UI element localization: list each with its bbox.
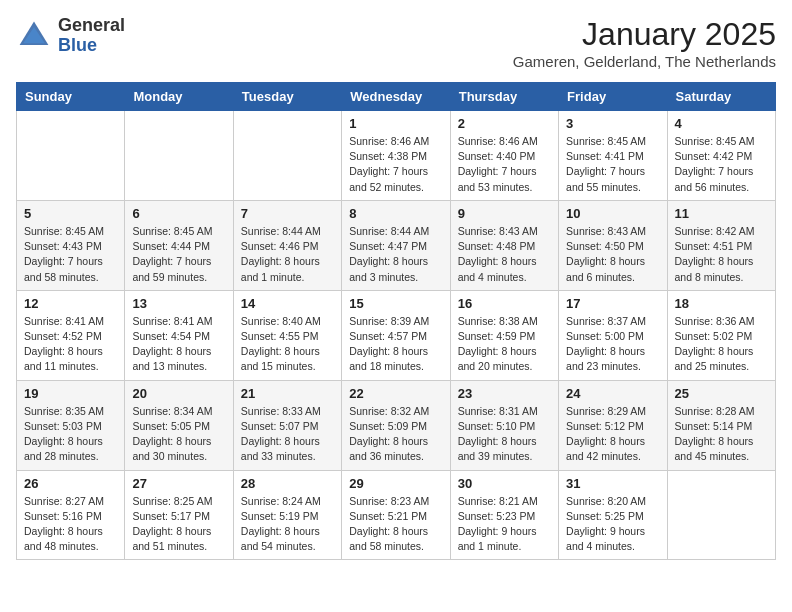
column-header-wednesday: Wednesday	[342, 83, 450, 111]
day-number: 2	[458, 116, 551, 131]
day-cell: 4Sunrise: 8:45 AM Sunset: 4:42 PM Daylig…	[667, 111, 775, 201]
day-number: 26	[24, 476, 117, 491]
day-number: 18	[675, 296, 768, 311]
day-info: Sunrise: 8:37 AM Sunset: 5:00 PM Dayligh…	[566, 314, 659, 375]
day-number: 3	[566, 116, 659, 131]
day-info: Sunrise: 8:43 AM Sunset: 4:50 PM Dayligh…	[566, 224, 659, 285]
day-number: 1	[349, 116, 442, 131]
day-info: Sunrise: 8:33 AM Sunset: 5:07 PM Dayligh…	[241, 404, 334, 465]
day-info: Sunrise: 8:44 AM Sunset: 4:47 PM Dayligh…	[349, 224, 442, 285]
day-number: 24	[566, 386, 659, 401]
day-cell: 8Sunrise: 8:44 AM Sunset: 4:47 PM Daylig…	[342, 200, 450, 290]
day-number: 27	[132, 476, 225, 491]
logo-blue: Blue	[58, 36, 125, 56]
day-info: Sunrise: 8:41 AM Sunset: 4:54 PM Dayligh…	[132, 314, 225, 375]
logo-text: General Blue	[58, 16, 125, 56]
day-cell	[233, 111, 341, 201]
day-number: 31	[566, 476, 659, 491]
day-cell	[667, 470, 775, 560]
logo-general: General	[58, 16, 125, 36]
day-number: 14	[241, 296, 334, 311]
calendar-header: SundayMondayTuesdayWednesdayThursdayFrid…	[17, 83, 776, 111]
day-info: Sunrise: 8:21 AM Sunset: 5:23 PM Dayligh…	[458, 494, 551, 555]
calendar-body: 1Sunrise: 8:46 AM Sunset: 4:38 PM Daylig…	[17, 111, 776, 560]
day-cell: 17Sunrise: 8:37 AM Sunset: 5:00 PM Dayli…	[559, 290, 667, 380]
day-info: Sunrise: 8:45 AM Sunset: 4:43 PM Dayligh…	[24, 224, 117, 285]
day-number: 4	[675, 116, 768, 131]
logo: General Blue	[16, 16, 125, 56]
day-info: Sunrise: 8:34 AM Sunset: 5:05 PM Dayligh…	[132, 404, 225, 465]
column-header-friday: Friday	[559, 83, 667, 111]
column-header-thursday: Thursday	[450, 83, 558, 111]
day-number: 15	[349, 296, 442, 311]
day-cell: 13Sunrise: 8:41 AM Sunset: 4:54 PM Dayli…	[125, 290, 233, 380]
day-cell: 19Sunrise: 8:35 AM Sunset: 5:03 PM Dayli…	[17, 380, 125, 470]
day-cell: 21Sunrise: 8:33 AM Sunset: 5:07 PM Dayli…	[233, 380, 341, 470]
page-header: General Blue January 2025 Gameren, Gelde…	[16, 16, 776, 70]
title-block: January 2025 Gameren, Gelderland, The Ne…	[513, 16, 776, 70]
calendar-title: January 2025	[513, 16, 776, 53]
day-cell: 28Sunrise: 8:24 AM Sunset: 5:19 PM Dayli…	[233, 470, 341, 560]
day-cell: 12Sunrise: 8:41 AM Sunset: 4:52 PM Dayli…	[17, 290, 125, 380]
day-info: Sunrise: 8:29 AM Sunset: 5:12 PM Dayligh…	[566, 404, 659, 465]
day-info: Sunrise: 8:45 AM Sunset: 4:44 PM Dayligh…	[132, 224, 225, 285]
day-info: Sunrise: 8:25 AM Sunset: 5:17 PM Dayligh…	[132, 494, 225, 555]
day-info: Sunrise: 8:44 AM Sunset: 4:46 PM Dayligh…	[241, 224, 334, 285]
day-number: 30	[458, 476, 551, 491]
day-cell	[125, 111, 233, 201]
day-cell: 3Sunrise: 8:45 AM Sunset: 4:41 PM Daylig…	[559, 111, 667, 201]
day-info: Sunrise: 8:28 AM Sunset: 5:14 PM Dayligh…	[675, 404, 768, 465]
day-info: Sunrise: 8:31 AM Sunset: 5:10 PM Dayligh…	[458, 404, 551, 465]
column-header-sunday: Sunday	[17, 83, 125, 111]
column-header-tuesday: Tuesday	[233, 83, 341, 111]
day-info: Sunrise: 8:32 AM Sunset: 5:09 PM Dayligh…	[349, 404, 442, 465]
day-number: 22	[349, 386, 442, 401]
column-header-monday: Monday	[125, 83, 233, 111]
day-info: Sunrise: 8:27 AM Sunset: 5:16 PM Dayligh…	[24, 494, 117, 555]
day-cell: 10Sunrise: 8:43 AM Sunset: 4:50 PM Dayli…	[559, 200, 667, 290]
day-cell: 31Sunrise: 8:20 AM Sunset: 5:25 PM Dayli…	[559, 470, 667, 560]
column-header-saturday: Saturday	[667, 83, 775, 111]
day-info: Sunrise: 8:46 AM Sunset: 4:38 PM Dayligh…	[349, 134, 442, 195]
day-number: 10	[566, 206, 659, 221]
day-info: Sunrise: 8:41 AM Sunset: 4:52 PM Dayligh…	[24, 314, 117, 375]
day-number: 17	[566, 296, 659, 311]
week-row-5: 26Sunrise: 8:27 AM Sunset: 5:16 PM Dayli…	[17, 470, 776, 560]
day-cell: 30Sunrise: 8:21 AM Sunset: 5:23 PM Dayli…	[450, 470, 558, 560]
week-row-1: 1Sunrise: 8:46 AM Sunset: 4:38 PM Daylig…	[17, 111, 776, 201]
day-cell: 11Sunrise: 8:42 AM Sunset: 4:51 PM Dayli…	[667, 200, 775, 290]
day-info: Sunrise: 8:45 AM Sunset: 4:41 PM Dayligh…	[566, 134, 659, 195]
day-cell: 25Sunrise: 8:28 AM Sunset: 5:14 PM Dayli…	[667, 380, 775, 470]
calendar-subtitle: Gameren, Gelderland, The Netherlands	[513, 53, 776, 70]
logo-icon	[16, 18, 52, 54]
day-number: 19	[24, 386, 117, 401]
day-number: 16	[458, 296, 551, 311]
day-number: 11	[675, 206, 768, 221]
day-cell: 22Sunrise: 8:32 AM Sunset: 5:09 PM Dayli…	[342, 380, 450, 470]
day-number: 20	[132, 386, 225, 401]
day-info: Sunrise: 8:42 AM Sunset: 4:51 PM Dayligh…	[675, 224, 768, 285]
day-info: Sunrise: 8:38 AM Sunset: 4:59 PM Dayligh…	[458, 314, 551, 375]
day-number: 9	[458, 206, 551, 221]
day-cell: 5Sunrise: 8:45 AM Sunset: 4:43 PM Daylig…	[17, 200, 125, 290]
week-row-2: 5Sunrise: 8:45 AM Sunset: 4:43 PM Daylig…	[17, 200, 776, 290]
day-cell: 20Sunrise: 8:34 AM Sunset: 5:05 PM Dayli…	[125, 380, 233, 470]
day-cell: 15Sunrise: 8:39 AM Sunset: 4:57 PM Dayli…	[342, 290, 450, 380]
day-info: Sunrise: 8:43 AM Sunset: 4:48 PM Dayligh…	[458, 224, 551, 285]
day-cell: 27Sunrise: 8:25 AM Sunset: 5:17 PM Dayli…	[125, 470, 233, 560]
day-number: 29	[349, 476, 442, 491]
day-info: Sunrise: 8:40 AM Sunset: 4:55 PM Dayligh…	[241, 314, 334, 375]
day-info: Sunrise: 8:36 AM Sunset: 5:02 PM Dayligh…	[675, 314, 768, 375]
day-number: 8	[349, 206, 442, 221]
calendar-table: SundayMondayTuesdayWednesdayThursdayFrid…	[16, 82, 776, 560]
day-cell: 1Sunrise: 8:46 AM Sunset: 4:38 PM Daylig…	[342, 111, 450, 201]
day-number: 23	[458, 386, 551, 401]
week-row-4: 19Sunrise: 8:35 AM Sunset: 5:03 PM Dayli…	[17, 380, 776, 470]
day-cell: 26Sunrise: 8:27 AM Sunset: 5:16 PM Dayli…	[17, 470, 125, 560]
day-cell: 29Sunrise: 8:23 AM Sunset: 5:21 PM Dayli…	[342, 470, 450, 560]
day-cell: 2Sunrise: 8:46 AM Sunset: 4:40 PM Daylig…	[450, 111, 558, 201]
day-cell: 9Sunrise: 8:43 AM Sunset: 4:48 PM Daylig…	[450, 200, 558, 290]
day-cell: 7Sunrise: 8:44 AM Sunset: 4:46 PM Daylig…	[233, 200, 341, 290]
day-number: 21	[241, 386, 334, 401]
week-row-3: 12Sunrise: 8:41 AM Sunset: 4:52 PM Dayli…	[17, 290, 776, 380]
